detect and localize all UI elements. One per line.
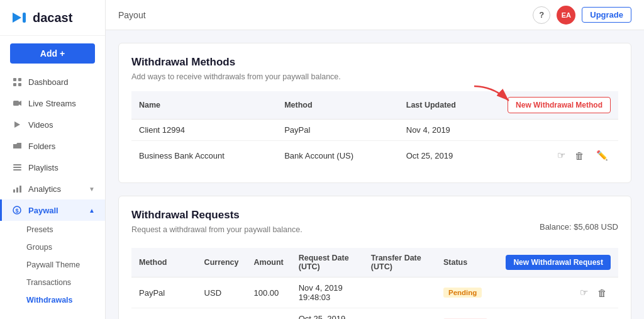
cell-amount: 250.00 (247, 308, 291, 320)
cell-actions (492, 120, 618, 141)
sidebar-item-label: Dashboard (28, 77, 69, 87)
cell-method: Check (131, 308, 197, 320)
col-method: Method (277, 91, 399, 120)
sidebar-item-live-streams[interactable]: Live Streams (0, 92, 105, 114)
sidebar-item-label: Analytics (28, 184, 61, 194)
sidebar-item-label: Playlists (28, 163, 58, 172)
col-new-request: New Withdrawal Request (498, 248, 618, 277)
sidebar-sub-presets[interactable]: Presets (0, 221, 105, 238)
withdrawal-methods-subtitle: Add ways to receive withdrawals from you… (131, 72, 618, 81)
sidebar-sub-withdrawals[interactable]: Withdrawals (0, 291, 105, 309)
svg-rect-1 (23, 13, 26, 23)
svg-rect-11 (13, 169, 21, 171)
cell-currency: USD (197, 277, 247, 308)
col-method: Method (131, 248, 197, 277)
bar-chart-icon (12, 184, 22, 194)
requests-title-block: Withdrawal Requests Request a withdrawal… (131, 209, 303, 244)
sidebar-item-label: Videos (28, 120, 53, 130)
svg-marker-7 (19, 101, 21, 106)
folder-icon (12, 141, 22, 151)
col-request-date: Request Date (UTC) (291, 248, 364, 277)
status-badge: Pending (443, 288, 482, 298)
withdrawal-methods-title: Withdrawal Methods (131, 56, 618, 69)
col-amount: Amount (247, 248, 291, 277)
help-button[interactable]: ? (533, 6, 550, 24)
sidebar-item-label: Live Streams (28, 99, 76, 108)
svg-rect-13 (16, 187, 18, 193)
col-transfer-date: Transfer Date (UTC) (364, 248, 436, 277)
new-withdrawal-method-button[interactable]: New Withdrawal Method (508, 97, 611, 113)
sidebar-item-paywall[interactable]: $ Paywall ▲ (0, 199, 105, 221)
page-title: Payout (118, 10, 146, 20)
arrow-icon (471, 83, 515, 108)
cell-row-actions: ☞ 🗑 (498, 277, 618, 308)
withdrawal-methods-card: Withdrawal Methods Add ways to receive w… (118, 43, 631, 183)
svg-rect-6 (13, 101, 19, 106)
sidebar-item-dashboard[interactable]: Dashboard (0, 71, 105, 92)
cell-last-updated: Oct 25, 2019 (399, 141, 492, 171)
sidebar-item-playlists[interactable]: Playlists (0, 157, 105, 178)
avatar: EA (557, 6, 575, 25)
edit-button[interactable]: ✏️ (593, 147, 611, 164)
cell-currency: USD (197, 308, 247, 320)
cell-request-date: Nov 4, 2019 19:48:03 (291, 277, 364, 308)
table-row: PayPal USD 100.00 Nov 4, 2019 19:48:03 P… (131, 277, 618, 308)
svg-text:$: $ (15, 208, 18, 214)
svg-marker-0 (13, 13, 21, 23)
sidebar: dacast Add + Dashboard Live Streams Vide… (0, 0, 106, 319)
cell-status: Pending (436, 277, 498, 308)
cell-last-updated: Nov 4, 2019 (399, 120, 492, 141)
new-withdrawal-request-button[interactable]: New Withdrawal Request (506, 255, 611, 270)
topbar: Payout ? EA Upgrade (106, 0, 644, 30)
add-button[interactable]: Add + (10, 43, 95, 64)
dollar-icon: $ (12, 205, 22, 215)
svg-rect-12 (13, 189, 15, 193)
sidebar-sub-groups[interactable]: Groups (0, 238, 105, 256)
withdrawal-methods-table: Name Method Last Updated (131, 91, 618, 170)
svg-rect-2 (13, 78, 16, 81)
table-row: Check USD 250.00 Oct 25, 2019 18:57:44 C… (131, 308, 618, 320)
col-currency: Currency (197, 248, 247, 277)
camera-icon (12, 98, 22, 108)
chevron-down-icon: ▼ (89, 186, 95, 193)
list-icon (12, 162, 22, 172)
cell-actions: ☞ 🗑 ✏️ (492, 141, 618, 171)
cell-method: PayPal (131, 277, 197, 308)
main-area: Payout ? EA Upgrade Withdrawal Methods A… (106, 0, 644, 319)
delete-button[interactable]: 🗑 (593, 284, 611, 301)
upgrade-button[interactable]: Upgrade (582, 7, 631, 23)
sidebar-sub-paywall-theme[interactable]: Paywall Theme (0, 256, 105, 274)
cell-transfer-date (364, 308, 436, 320)
sidebar-item-folders[interactable]: Folders (0, 135, 105, 157)
cell-name: Business Bank Account (131, 141, 277, 171)
balance-text: Balance: $5,608 USD (540, 222, 618, 232)
content-area: Withdrawal Methods Add ways to receive w… (106, 30, 644, 319)
cell-method: Bank Account (US) (277, 141, 399, 171)
svg-rect-4 (13, 83, 16, 86)
withdrawal-requests-card: Withdrawal Requests Request a withdrawal… (118, 196, 631, 319)
chevron-up-icon: ▲ (89, 207, 95, 214)
withdrawal-requests-title: Withdrawal Requests (131, 209, 303, 221)
cell-status: Cancelled (436, 308, 498, 320)
svg-rect-14 (19, 186, 21, 193)
svg-marker-8 (14, 121, 20, 128)
table-row: Business Bank Account Bank Account (US) … (131, 141, 618, 171)
svg-rect-9 (13, 164, 21, 165)
cell-request-date: Oct 25, 2019 18:57:44 (291, 308, 364, 320)
cell-transfer-date (364, 277, 436, 308)
table-row: Client 12994 PayPal Nov 4, 2019 (131, 120, 618, 141)
delete-button[interactable]: 🗑 (570, 147, 588, 164)
sidebar-nav: Dashboard Live Streams Videos Folders Pl… (0, 71, 105, 309)
cell-amount: 100.00 (247, 277, 291, 308)
arrow-container: Name Method Last Updated (131, 91, 618, 170)
sidebar-item-label: Paywall (28, 206, 58, 215)
withdrawal-requests-subtitle: Request a withdrawal from your paywall b… (131, 225, 303, 234)
sidebar-sub-transactions[interactable]: Transactions (0, 274, 105, 291)
topbar-right: ? EA Upgrade (533, 6, 631, 25)
sidebar-item-videos[interactable]: Videos (0, 114, 105, 135)
sidebar-item-analytics[interactable]: Analytics ▼ (0, 178, 105, 199)
col-name: Name (131, 91, 277, 120)
cell-name: Client 12994 (131, 120, 277, 141)
play-icon (12, 120, 22, 130)
dacast-logo-icon (10, 9, 28, 26)
